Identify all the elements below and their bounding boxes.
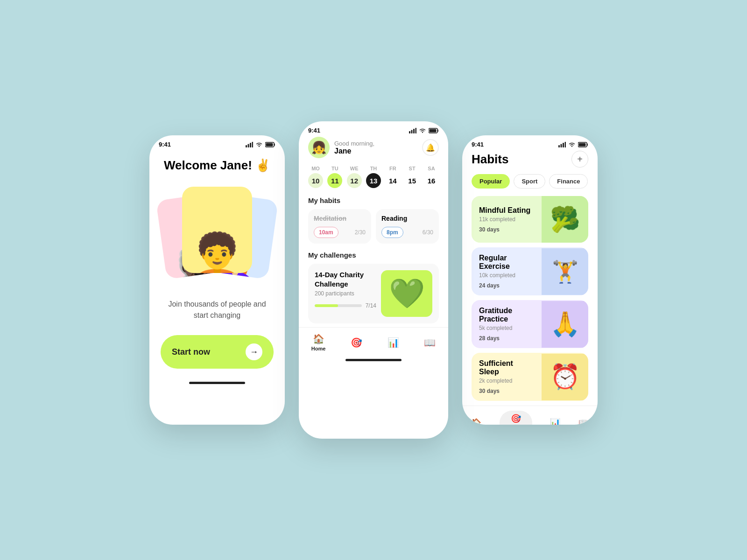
habit-item-sleep[interactable]: Sufficient Sleep 2k completed 30 days ⏰ [472,353,588,401]
habits-row: Meditation 10am 2/30 Reading 8pm 6/30 [308,209,439,244]
bottom-nav-3: 🏠 🎯 Habits 📊 📖 [462,406,598,425]
time-3: 9:41 [472,141,484,148]
screens-container: 9:41 [149,121,598,439]
filter-sport[interactable]: Sport [514,174,545,189]
nav-home-2[interactable]: 🏠 Home [311,333,326,351]
habit-days-exercise: 24 days [479,282,534,289]
cal-day-sa: SA 16 [424,166,439,188]
status-bar-1: 9:41 [149,135,285,151]
nav3-habits-icon: 🎯 [511,413,521,424]
svg-rect-3 [252,142,254,147]
svg-rect-17 [565,142,566,147]
add-habit-button[interactable]: + [571,151,588,168]
challenge-info: 14-Day Charity Challenge 200 participant… [315,270,376,317]
habit-card-meditation[interactable]: Meditation 10am 2/30 [308,209,371,244]
habit-meta-meditation: 10am 2/30 [314,227,366,238]
nav-target-2[interactable]: 🎯 [351,337,362,348]
challenge-progress-bar: 7/14 [315,302,376,309]
svg-rect-14 [558,145,560,147]
nav3-chart-icon: 📊 [550,418,560,425]
nav3-chart[interactable]: 📊 [550,418,560,425]
home-icon-2: 🏠 [313,333,324,344]
status-bar-2: 9:41 [299,121,448,137]
user-avatar: 👧 [308,137,330,158]
nav3-home-icon: 🏠 [471,418,481,425]
phone-habits: 9:41 [462,135,598,425]
challenge-bar-fill [315,304,338,307]
habit-tag-meditation: 10am [314,227,338,238]
habit-name-meditation: Meditation [314,215,366,222]
nav-book-2[interactable]: 📖 [424,337,436,348]
nav-home-label-2: Home [311,346,326,351]
cal-day-th[interactable]: TH 13 [366,166,381,188]
svg-rect-20 [579,143,586,146]
habit-progress-reading: 6/30 [423,229,433,236]
habit-completed-gratitude: 5k completed [479,325,534,331]
nav3-home[interactable]: 🏠 [471,418,481,425]
challenges-section-title: My challenges [308,251,439,259]
svg-point-18 [571,146,572,147]
cal-day-mo: MO 10 [308,166,323,188]
habit-tag-reading: 8pm [381,227,403,238]
target-icon-2: 🎯 [351,337,362,348]
start-btn-label: Start now [172,347,210,357]
status-bar-3: 9:41 [462,135,598,151]
greeting-text: Good morning, Jane [334,140,422,155]
habit-days-gratitude: 28 days [479,335,534,342]
greeting-top: Good morning, [334,140,422,147]
filter-row: Popular Sport Finance Education [472,174,588,189]
habit-days-mindful-eating: 30 days [479,226,534,233]
welcome-subtitle: Join thousands of people and start chang… [168,299,266,321]
nav3-habits[interactable]: 🎯 Habits [500,411,532,425]
svg-rect-15 [561,144,562,147]
svg-rect-6 [266,143,273,146]
habit-name-reading: Reading [381,215,433,222]
nav3-book-icon: 📖 [578,418,589,425]
signal-icon-2 [409,128,416,133]
habit-img-exercise: 🏋️ [542,248,588,295]
wifi-icon-3 [568,142,576,147]
habit-progress-meditation: 2/30 [355,229,366,236]
challenge-participants: 200 participants [315,290,376,297]
battery-icon-1 [265,142,275,147]
cal-day-fr: FR 14 [385,166,400,188]
chart-icon-2: 📊 [388,337,399,348]
filter-finance[interactable]: Finance [549,174,588,189]
habit-item-exercise[interactable]: Regular Exercise 10k completed 24 days 🏋… [472,247,588,295]
habit-meta-reading: 8pm 6/30 [381,227,433,238]
svg-rect-1 [248,144,249,147]
welcome-title: Welcome Jane! ✌️ [164,158,270,173]
svg-point-4 [259,146,260,147]
bottom-nav-2: 🏠 Home 🎯 📊 📖 [299,327,448,355]
status-icons-3 [558,142,588,147]
status-icons-2 [409,128,439,133]
habits-page-title: Habits [472,152,508,167]
habit-img-gratitude: 🙏 [542,301,588,348]
calendar-row: MO 10 TU 11 WE 12 TH 13 FR 14 [308,166,439,188]
nav3-book[interactable]: 📖 [578,418,589,425]
habits-header: Habits + [472,151,588,168]
wifi-icon-1 [255,142,263,147]
greeting-row: 👧 Good morning, Jane 🔔 [308,137,439,158]
svg-rect-7 [409,131,410,133]
habit-info-exercise: Regular Exercise 10k completed 24 days [472,247,542,295]
filter-popular[interactable]: Popular [472,174,510,189]
phone-2-content: 👧 Good morning, Jane 🔔 MO 10 TU 11 [299,137,448,323]
notification-bell[interactable]: 🔔 [422,139,439,156]
svg-rect-8 [411,130,413,133]
home-indicator-2 [345,359,402,361]
signal-icon-3 [558,142,566,147]
habit-item-mindful-eating[interactable]: Mindful Eating 11k completed 30 days 🥦 [472,196,588,243]
habit-card-reading[interactable]: Reading 8pm 6/30 [376,209,439,244]
nav-chart-2[interactable]: 📊 [388,337,399,348]
start-now-button[interactable]: Start now → [161,335,274,369]
habit-img-sleep: ⏰ [542,354,588,400]
cal-day-we: WE 12 [347,166,362,188]
challenge-card[interactable]: 14-Day Charity Challenge 200 participant… [308,264,439,323]
greeting-name: Jane [334,147,422,155]
time-2: 9:41 [308,127,320,134]
svg-rect-0 [246,145,247,147]
habits-section-title: My habits [308,196,439,204]
habit-item-gratitude[interactable]: Gratitude Practice 5k completed 28 days … [472,300,588,348]
phone-1-content: Welcome Jane! ✌️ 🧓🏿 👩🏻‍🦰 🧑‍🦱 Join thousa… [149,151,285,378]
